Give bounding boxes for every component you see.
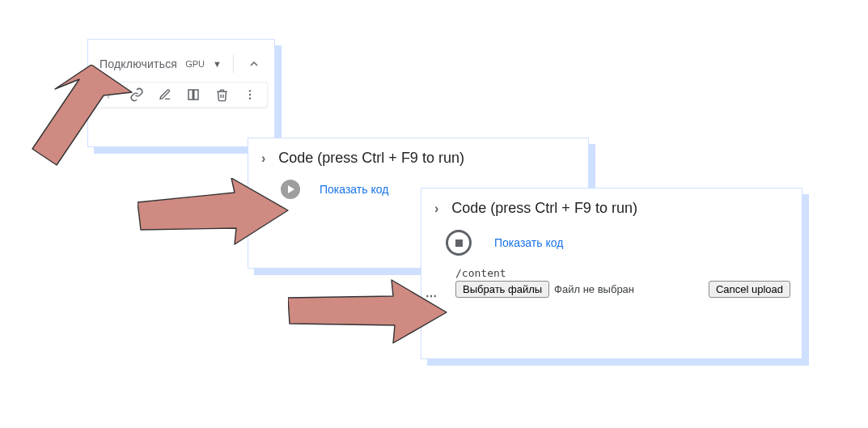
choose-files-button[interactable]: Выбрать файлы	[455, 281, 549, 298]
file-status-text: Файл не выбран	[554, 283, 634, 295]
move-up-icon[interactable]	[102, 88, 115, 101]
cell-title: Code (press Ctrl + F9 to run)	[278, 150, 464, 167]
connect-button[interactable]: Подключиться	[100, 57, 177, 70]
svg-point-5	[249, 97, 251, 99]
cell-header: › Code (press Ctrl + F9 to run)	[248, 138, 588, 175]
cwd-text: /content	[455, 267, 790, 279]
ellipsis-icon: ⋯	[426, 290, 438, 303]
run-cell-button[interactable]	[281, 180, 300, 199]
edit-icon[interactable]	[159, 88, 171, 101]
cell-run-row: Показать код	[421, 225, 802, 264]
chevron-right-icon[interactable]: ›	[434, 201, 438, 216]
show-code-link[interactable]: Показать код	[320, 183, 388, 196]
divider	[233, 55, 234, 73]
cell-title: Code (press Ctrl + F9 to run)	[451, 200, 637, 217]
svg-rect-1	[188, 90, 193, 100]
more-icon[interactable]	[243, 88, 256, 101]
file-upload-row: Выбрать файлы Файл не выбран Cancel uplo…	[455, 281, 790, 298]
cell-header: › Code (press Ctrl + F9 to run)	[421, 189, 802, 225]
svg-point-3	[249, 90, 251, 91]
runtime-dropdown-icon[interactable]: ▼	[213, 59, 222, 69]
cancel-upload-button[interactable]: Cancel upload	[709, 281, 790, 298]
link-icon[interactable]	[129, 87, 144, 102]
svg-point-4	[249, 94, 251, 95]
chevron-right-icon[interactable]: ›	[261, 151, 265, 166]
cell-toolbar	[95, 82, 268, 108]
svg-rect-2	[194, 90, 198, 100]
panel-code-cell-running: › Code (press Ctrl + F9 to run) Показать…	[421, 188, 802, 359]
show-code-link[interactable]: Показать код	[494, 236, 563, 249]
stop-cell-button[interactable]	[446, 230, 472, 256]
cell-output: /content Выбрать файлы Файл не выбран Ca…	[421, 264, 802, 304]
mirror-icon[interactable]	[186, 87, 201, 102]
panel-connect: Подключиться GPU ▼	[87, 39, 275, 147]
trash-icon[interactable]	[215, 88, 229, 102]
runtime-type-chip: GPU	[185, 59, 205, 69]
collapse-button[interactable]	[245, 54, 263, 74]
chevron-up-icon	[248, 57, 260, 70]
connect-row: Подключиться GPU ▼	[88, 49, 274, 82]
